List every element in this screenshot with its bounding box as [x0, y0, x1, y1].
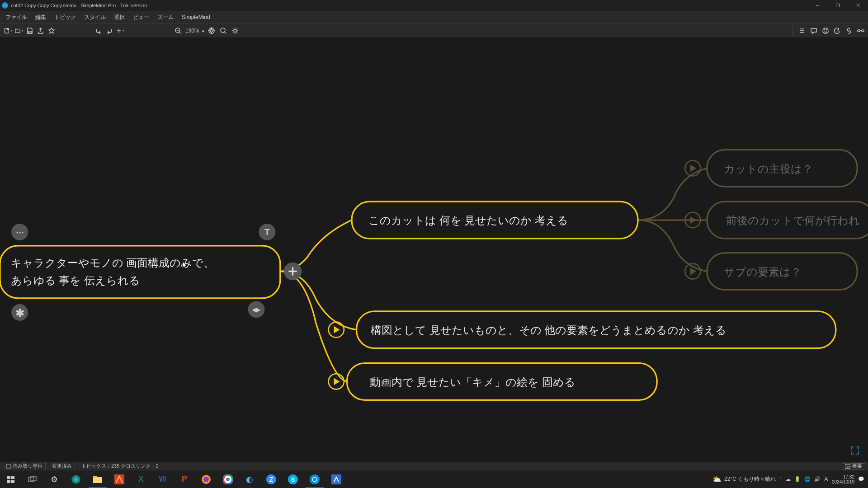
zoom-value[interactable]: 190%	[185, 28, 199, 34]
menubar: ファイル 編集 トピック スタイル 選択 ビュー ズーム SimpleMind	[0, 11, 868, 23]
comment-icon[interactable]	[809, 26, 818, 35]
add-icon[interactable]	[116, 26, 125, 35]
window-controls	[807, 0, 868, 11]
palette-icon[interactable]	[833, 26, 842, 35]
relation-icon[interactable]	[856, 26, 865, 35]
svg-point-33	[826, 30, 827, 30]
redo-icon[interactable]	[105, 26, 114, 35]
svg-line-27	[236, 28, 237, 29]
svg-line-9	[179, 32, 181, 33]
svg-rect-1	[836, 4, 839, 7]
menu-edit[interactable]: 編集	[32, 13, 50, 22]
share-icon[interactable]	[36, 26, 45, 35]
list-icon[interactable]	[797, 26, 807, 35]
toolbar: 190%♦	[0, 23, 868, 38]
svg-point-32	[825, 30, 825, 30]
search-icon[interactable]	[219, 26, 228, 35]
svg-rect-34	[858, 30, 860, 32]
star-icon[interactable]	[47, 26, 56, 35]
undo-icon[interactable]	[94, 26, 103, 35]
svg-point-17	[221, 28, 225, 33]
maximize-button[interactable]	[827, 0, 848, 11]
svg-point-19	[234, 29, 236, 32]
emoji-icon[interactable]	[821, 26, 830, 35]
svg-rect-4	[5, 28, 9, 33]
zoom-out-icon[interactable]	[174, 26, 183, 35]
menu-view[interactable]: ビュー	[129, 13, 153, 22]
app-icon	[2, 2, 8, 9]
new-icon[interactable]	[4, 26, 13, 35]
svg-point-31	[823, 28, 828, 33]
svg-line-18	[225, 32, 226, 33]
sun-icon[interactable]	[231, 26, 240, 35]
minimize-button[interactable]	[807, 0, 827, 11]
svg-line-24	[233, 28, 234, 29]
menu-topic[interactable]: トピック	[51, 13, 80, 22]
titlebar: cut02 Copy Copy Copy.smmx - SimpleMind P…	[0, 0, 868, 11]
menu-style[interactable]: スタイル	[80, 13, 109, 22]
svg-line-26	[233, 33, 234, 33]
link-icon[interactable]	[844, 26, 854, 35]
menu-select[interactable]: 選択	[110, 13, 128, 22]
menu-zoom[interactable]: ズーム	[154, 13, 177, 22]
svg-line-25	[236, 33, 237, 33]
menu-simplemind[interactable]: SimpleMind	[178, 13, 214, 21]
save-icon[interactable]	[25, 26, 34, 35]
window-title: cut02 Copy Copy Copy.smmx - SimpleMind P…	[11, 3, 147, 8]
target-icon[interactable]	[207, 26, 216, 35]
menu-file[interactable]: ファイル	[2, 13, 31, 22]
svg-rect-5	[28, 31, 31, 33]
open-icon[interactable]	[14, 26, 24, 35]
svg-rect-35	[862, 30, 864, 32]
close-button[interactable]	[848, 0, 868, 11]
svg-point-12	[210, 29, 213, 32]
